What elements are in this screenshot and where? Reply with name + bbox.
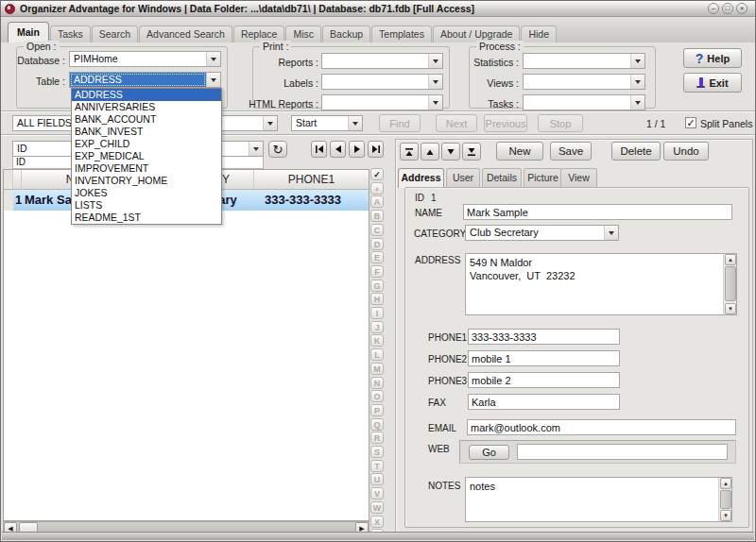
dropdown-item[interactable]: INVENTORY_HOME <box>72 175 221 187</box>
grid-cell-id[interactable]: 1 <box>13 190 22 211</box>
phone1-field[interactable] <box>468 329 620 345</box>
table-combo[interactable]: ADDRESS <box>69 72 221 88</box>
stop-button[interactable]: Stop <box>538 114 583 132</box>
views-combo[interactable] <box>523 74 645 90</box>
name-field[interactable] <box>463 204 732 220</box>
phone2-field[interactable] <box>468 350 620 366</box>
alpha-letter-q[interactable]: Q <box>370 418 384 431</box>
reports-combo[interactable] <box>321 53 443 69</box>
scroll-up-icon[interactable]: ▲ <box>725 254 736 265</box>
alpha-letter-n[interactable]: N <box>370 377 384 389</box>
tab-advanced-search[interactable]: Advanced Search <box>139 25 232 42</box>
tab-templates[interactable]: Templates <box>371 25 432 42</box>
address-field[interactable]: 549 N Maldor Vancouver, UT 23232 <box>465 253 737 315</box>
chevron-down-icon[interactable] <box>206 52 220 66</box>
save-button[interactable]: Save <box>550 142 592 161</box>
chevron-down-icon[interactable] <box>348 116 362 130</box>
alpha-letter-x[interactable]: X <box>370 516 384 528</box>
category-combo[interactable]: Club Secretary <box>465 225 619 241</box>
chevron-down-icon[interactable] <box>428 54 442 68</box>
chevron-down-icon[interactable] <box>630 95 644 110</box>
detail-tab-details[interactable]: Details <box>482 168 522 187</box>
labels-combo[interactable] <box>321 74 443 90</box>
goto-next-button[interactable] <box>441 143 460 161</box>
alpha-letter-h[interactable]: H <box>370 293 384 305</box>
alpha-check-button[interactable]: ✓ <box>370 168 384 180</box>
alpha-letter-i[interactable]: I <box>370 307 384 319</box>
alpha-letter-m[interactable]: M <box>370 363 384 375</box>
alpha-letter-l[interactable]: L <box>370 348 384 361</box>
split-panels-checkbox[interactable]: ✓ <box>685 117 696 128</box>
next-record-button[interactable] <box>349 141 365 158</box>
detail-tab-user[interactable]: User <box>446 168 480 187</box>
alpha-letter-r[interactable]: R <box>370 432 384 444</box>
alpha-letter-w[interactable]: W <box>370 501 384 514</box>
scroll-thumb[interactable] <box>725 266 736 301</box>
web-field[interactable] <box>517 444 728 460</box>
find-button[interactable]: Find <box>379 114 421 132</box>
scroll-thumb[interactable] <box>720 490 731 509</box>
dropdown-item[interactable]: EXP_MEDICAL <box>72 150 221 162</box>
notes-field[interactable]: notes <box>465 477 732 522</box>
chevron-down-icon[interactable] <box>604 226 618 240</box>
address-scrollbar[interactable]: ▲ ▼ <box>723 254 736 314</box>
refresh-button[interactable]: ↻ <box>268 141 287 158</box>
previous-button[interactable]: Previous <box>484 114 527 132</box>
dropdown-item[interactable]: IMPROVEMENT <box>72 162 221 175</box>
chevron-down-icon[interactable] <box>630 54 644 68</box>
chevron-down-icon[interactable] <box>263 116 277 130</box>
chevron-down-icon[interactable] <box>428 75 442 89</box>
dropdown-item[interactable]: LISTS <box>72 199 221 212</box>
alpha-letter-b[interactable]: B <box>370 210 384 222</box>
alpha-letter-c[interactable]: C <box>370 224 384 236</box>
alpha-letter-e[interactable]: E <box>370 251 384 263</box>
scroll-down-icon[interactable]: ▼ <box>725 303 736 314</box>
html-reports-combo[interactable] <box>321 94 443 110</box>
undo-button[interactable]: Undo <box>663 142 709 161</box>
alpha-letter-f[interactable]: F <box>370 265 384 278</box>
detail-tab-picture[interactable]: Picture <box>524 168 562 187</box>
alpha-letter-v[interactable]: V <box>370 487 384 500</box>
tasks-combo[interactable] <box>523 94 645 110</box>
alpha-letter-g[interactable]: G <box>370 279 384 292</box>
alpha-letter-d[interactable]: D <box>370 238 384 250</box>
tab-search[interactable]: Search <box>92 25 138 42</box>
dropdown-item[interactable]: EXP_CHILD <box>72 138 221 150</box>
close-button[interactable]: × <box>736 3 747 14</box>
detail-tab-view[interactable]: View <box>560 168 597 187</box>
alpha-letter-p[interactable]: P <box>370 404 384 416</box>
minimize-button[interactable]: – <box>708 3 719 14</box>
dropdown-item[interactable]: README_1ST <box>72 212 221 224</box>
alpha-letter-a[interactable]: A <box>370 195 384 208</box>
chevron-down-icon[interactable] <box>428 95 442 110</box>
goto-last-button[interactable] <box>462 143 481 161</box>
dropdown-item[interactable]: BANK_ACCOUNT <box>72 113 221 126</box>
alpha-letter-k[interactable]: K <box>370 334 384 347</box>
match-mode-combo[interactable]: Start <box>291 115 363 131</box>
maximize-button[interactable]: □ <box>722 3 733 14</box>
help-button[interactable]: ? Help <box>683 48 742 68</box>
detail-tab-address[interactable]: Address <box>398 168 444 188</box>
alpha-letter-u[interactable]: U <box>370 473 384 485</box>
alpha-letter-t[interactable]: T <box>370 460 384 472</box>
tab-backup[interactable]: Backup <box>322 25 370 42</box>
previous-record-button[interactable] <box>330 141 346 158</box>
scroll-down-icon[interactable]: ▼ <box>720 510 731 521</box>
goto-previous-button[interactable] <box>421 143 439 161</box>
tab-main[interactable]: Main <box>8 22 49 42</box>
statistics-combo[interactable] <box>523 53 645 69</box>
go-button[interactable]: Go <box>469 445 509 460</box>
alpha-letter-j[interactable]: J <box>370 321 384 333</box>
delete-button[interactable]: Delete <box>611 142 661 161</box>
tab-hide[interactable]: Hide <box>521 25 557 42</box>
next-button[interactable]: Next <box>436 114 477 132</box>
chevron-down-icon[interactable] <box>249 142 263 156</box>
notes-scrollbar[interactable]: ▲ ▼ <box>718 478 731 521</box>
alpha-letter-s[interactable]: S <box>370 446 384 458</box>
dropdown-item[interactable]: BANK_INVEST <box>72 126 221 138</box>
database-combo[interactable]: PIMHome <box>69 51 221 67</box>
dropdown-item[interactable]: JOKES <box>72 187 221 199</box>
alpha-letter-o[interactable]: O <box>370 390 384 402</box>
chevron-down-icon[interactable] <box>630 75 644 89</box>
email-field[interactable] <box>467 419 736 435</box>
